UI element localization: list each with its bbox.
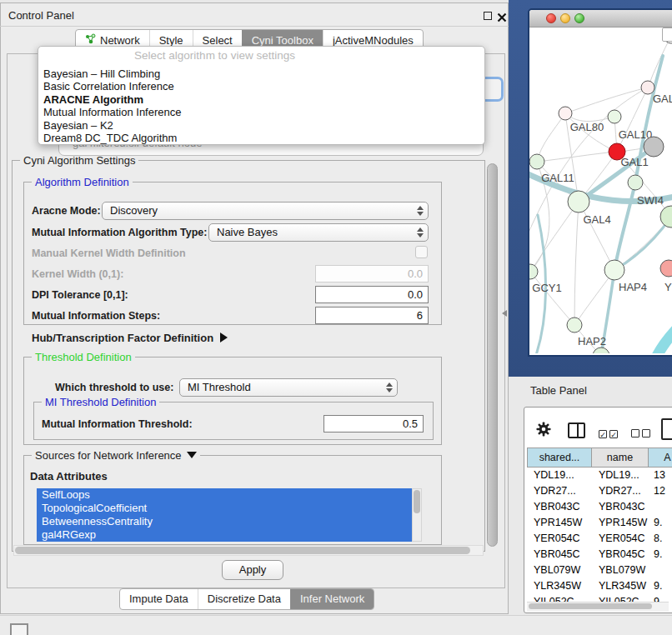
column-header-shared[interactable]: shared... bbox=[527, 448, 592, 468]
table-cell: YDL19... bbox=[527, 468, 592, 483]
algorithm-item-bayesian-hill-climbing[interactable]: Bayesian – Hill Climbing bbox=[38, 68, 484, 80]
network-node-gal11[interactable] bbox=[529, 154, 544, 169]
dpi-tolerance-label: DPI Tolerance [0,1]: bbox=[32, 289, 128, 301]
network-canvas[interactable]: GALGAL80GAL10GAL1GAL11SWI4GAL4GCY1HAP4YH… bbox=[529, 28, 672, 353]
table-body[interactable]: YDL19...YDL19...13YDR27...YDR27...12YBR0… bbox=[527, 468, 672, 602]
close-traffic-light-icon[interactable] bbox=[546, 13, 556, 23]
network-node-label: GAL80 bbox=[570, 121, 604, 133]
table-cell: YDL19... bbox=[592, 468, 649, 483]
kernel-width-field[interactable]: 0.0 bbox=[315, 265, 429, 282]
network-node[interactable] bbox=[593, 348, 609, 353]
table-row[interactable]: YDL19...YDL19...13 bbox=[527, 468, 672, 483]
table-horizontal-scrollbar-thumb[interactable] bbox=[529, 603, 652, 609]
stepper-icon[interactable] bbox=[416, 205, 424, 217]
attribute-item-topologicalcoefficient[interactable]: TopologicalCoefficient bbox=[37, 502, 422, 515]
attribute-item-selfloops[interactable]: SelfLoops bbox=[37, 488, 422, 502]
table-cell: YLR345W bbox=[592, 578, 649, 594]
mi-threshold-definition-legend: MI Threshold Definition bbox=[42, 396, 159, 408]
network-node-hap2[interactable] bbox=[567, 318, 582, 332]
aracne-mode-combo[interactable]: Discovery bbox=[102, 202, 429, 220]
network-node-gal10[interactable] bbox=[608, 110, 621, 123]
table-cell: YBL079W bbox=[527, 562, 592, 578]
tab-impute-data[interactable]: Impute Data bbox=[120, 589, 198, 609]
attribute-item-betweennesscentrality[interactable]: BetweennessCentrality bbox=[37, 515, 422, 528]
table-header-row[interactable]: shared...nameA bbox=[527, 448, 672, 468]
attribute-item-gal4rgexp[interactable]: gal4RGexp bbox=[37, 528, 422, 542]
network-node-hap4[interactable] bbox=[604, 260, 624, 280]
export-table-icon[interactable] bbox=[661, 418, 672, 440]
dpi-tolerance-field[interactable]: 0.0 bbox=[315, 286, 429, 303]
attributes-scrollbar-thumb[interactable] bbox=[414, 490, 420, 513]
table-cell bbox=[649, 562, 672, 578]
cyni-bottom-tab-bar: Impute DataDiscretize DataInfer Network bbox=[119, 588, 374, 610]
algorithm-placeholder: Select algorithm to view settings bbox=[38, 49, 484, 62]
minimize-traffic-light-icon[interactable] bbox=[560, 13, 570, 23]
algorithm-item-bayesian-k2[interactable]: Bayesian – K2 bbox=[38, 119, 484, 132]
table-row[interactable]: YDR27...YDR27...12 bbox=[527, 483, 672, 499]
algorithm-item-basic-correlation-inference[interactable]: Basic Correlation Inference bbox=[38, 80, 484, 92]
table-row[interactable]: YIL052CYIL052C9 bbox=[527, 594, 672, 602]
manual-kernel-checkbox[interactable] bbox=[415, 246, 428, 258]
network-node-gal4[interactable] bbox=[568, 191, 589, 212]
tab-infer-network[interactable]: Infer Network bbox=[290, 589, 374, 609]
dock-panel-icon[interactable] bbox=[10, 623, 28, 635]
table-cell: 9 bbox=[649, 594, 672, 602]
network-scrollbar-corner[interactable] bbox=[662, 28, 672, 42]
hub-definition-expander[interactable]: Hub/Transcription Factor Definition bbox=[32, 332, 228, 344]
network-node-label: GAL bbox=[653, 92, 672, 105]
network-node-y[interactable] bbox=[660, 260, 672, 277]
table-row[interactable]: YBR043CYBR043C bbox=[527, 499, 672, 515]
tab-discretize-data[interactable]: Discretize Data bbox=[198, 589, 290, 609]
status-strip bbox=[0, 615, 672, 635]
network-node-label: GCY1 bbox=[532, 282, 561, 294]
apply-button[interactable]: Apply bbox=[222, 560, 283, 580]
close-icon[interactable] bbox=[497, 11, 507, 21]
settings-horizontal-scrollbar-thumb[interactable] bbox=[15, 547, 470, 554]
algorithm-list: Bayesian – Hill ClimbingBasic Correlatio… bbox=[38, 68, 484, 144]
algorithm-item-mutual-information-inference[interactable]: Mutual Information Inference bbox=[38, 106, 484, 118]
mi-steps-field[interactable]: 6 bbox=[315, 307, 429, 324]
aracne-mode-value: Discovery bbox=[110, 204, 158, 217]
column-header-name[interactable]: name bbox=[592, 448, 649, 468]
algorithm-item-aracne-algorithm[interactable]: ARACNE Algorithm bbox=[38, 93, 484, 106]
table-cell: 9. bbox=[649, 547, 672, 562]
network-node[interactable] bbox=[660, 206, 672, 228]
gear-icon[interactable] bbox=[536, 422, 551, 440]
table-cell: 12 bbox=[649, 483, 672, 499]
control-panel-titlebar[interactable] bbox=[0, 2, 509, 27]
sources-legend[interactable]: Sources for Network Inference bbox=[32, 449, 200, 462]
algorithm-definition-legend: Algorithm Definition bbox=[32, 176, 133, 188]
network-node-gcy1[interactable] bbox=[529, 264, 538, 279]
stepper-icon[interactable] bbox=[416, 227, 424, 238]
network-node[interactable] bbox=[644, 137, 664, 157]
zoom-traffic-light-icon[interactable] bbox=[574, 13, 584, 23]
table-row[interactable]: YBR045CYBR045C9. bbox=[527, 547, 672, 562]
float-window-icon[interactable] bbox=[484, 12, 492, 20]
network-node-label: GAL4 bbox=[583, 213, 610, 226]
algorithm-item-dream8-dc-tdc-algorithm[interactable]: Dream8 DC_TDC Algorithm bbox=[38, 132, 484, 144]
panel-sash-arrow-icon[interactable] bbox=[502, 310, 507, 317]
table-cell: YLR345W bbox=[527, 578, 592, 594]
column-header-a[interactable]: A bbox=[649, 448, 672, 468]
table-row[interactable]: YBL079WYBL079W bbox=[527, 562, 672, 578]
stepper-icon[interactable] bbox=[385, 382, 393, 393]
settings-vertical-scrollbar-thumb[interactable] bbox=[487, 163, 498, 547]
network-node-label: HAP2 bbox=[578, 335, 606, 348]
table-row[interactable]: YPR145WYPR145W9. bbox=[527, 515, 672, 531]
table-row[interactable]: YER054CYER054C8. bbox=[527, 531, 672, 547]
table-cell: YDR27... bbox=[592, 483, 649, 499]
table-row[interactable]: YLR345WYLR345W9. bbox=[527, 578, 672, 594]
control-panel-title: Control Panel bbox=[8, 9, 74, 22]
deselect-all-columns-icon[interactable] bbox=[631, 426, 653, 441]
mi-type-combo[interactable]: Naive Bayes bbox=[208, 223, 429, 242]
columns-icon[interactable] bbox=[568, 422, 585, 438]
network-node-gal80[interactable] bbox=[559, 107, 572, 120]
select-all-columns-icon[interactable]: ✓✓ bbox=[599, 426, 620, 441]
data-attributes-list[interactable]: SelfLoopsTopologicalCoefficientBetweenne… bbox=[37, 488, 422, 542]
mi-threshold-field[interactable]: 0.5 bbox=[323, 415, 424, 432]
which-threshold-combo[interactable]: MI Threshold bbox=[179, 378, 398, 397]
network-node-swi4[interactable] bbox=[628, 175, 643, 190]
screen: GALGAL80GAL10GAL1GAL11SWI4GAL4GCY1HAP4YH… bbox=[0, 0, 672, 635]
manual-kernel-label: Manual Kernel Width Definition bbox=[32, 248, 186, 259]
table-cell: 8. bbox=[649, 531, 672, 547]
